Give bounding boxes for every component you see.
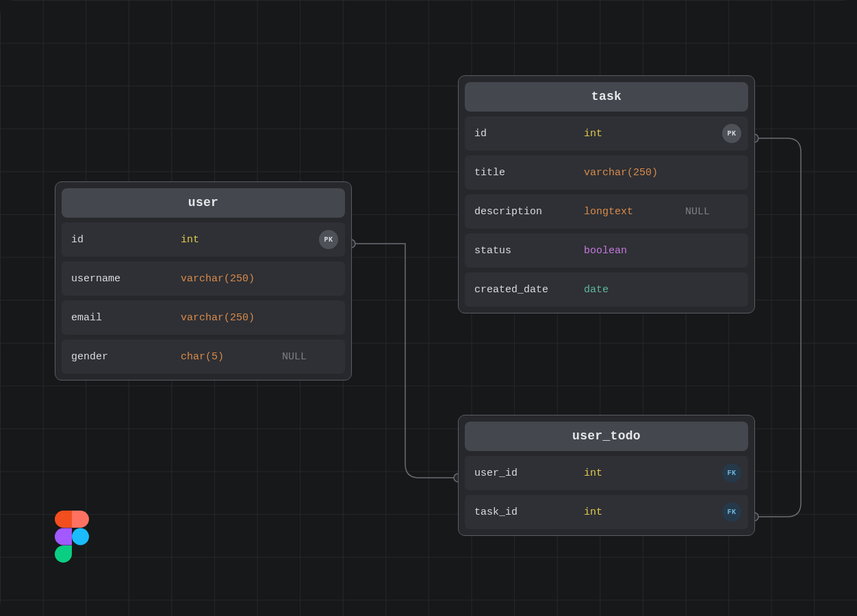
column-type: date: [584, 284, 673, 296]
column-type: boolean: [584, 245, 673, 257]
column-type: int: [181, 234, 270, 246]
column-type: int: [584, 128, 673, 140]
pk-badge: PK: [319, 230, 338, 249]
table-row[interactable]: status boolean: [465, 233, 748, 268]
column-type: int: [584, 467, 673, 479]
column-name: description: [474, 206, 584, 218]
fk-badge: FK: [722, 463, 741, 483]
table-header-task: task: [465, 82, 748, 112]
column-null: NULL: [685, 206, 710, 218]
fk-badge: FK: [722, 502, 741, 522]
table-row[interactable]: id int PK: [62, 222, 345, 257]
table-row[interactable]: gender char(5) NULL: [62, 339, 345, 374]
column-type: varchar(250): [181, 312, 270, 324]
table-row[interactable]: created_date date: [465, 272, 748, 307]
column-type: varchar(250): [181, 273, 270, 285]
column-name: status: [474, 245, 584, 257]
column-name: task_id: [474, 506, 584, 518]
column-name: created_date: [474, 284, 584, 296]
column-name: id: [474, 128, 584, 140]
column-name: email: [71, 312, 181, 324]
figma-logo-icon: [55, 511, 89, 563]
table-row[interactable]: id int PK: [465, 116, 748, 151]
table-row[interactable]: username varchar(250): [62, 261, 345, 296]
column-name: gender: [71, 351, 181, 363]
column-type: longtext: [584, 206, 673, 218]
table-row[interactable]: user_id int FK: [465, 456, 748, 490]
table-row[interactable]: task_id int FK: [465, 495, 748, 529]
column-type: varchar(250): [584, 167, 673, 179]
table-row[interactable]: description longtext NULL: [465, 194, 748, 229]
table-task[interactable]: task id int PK title varchar(250) descri…: [458, 75, 755, 313]
table-row[interactable]: title varchar(250): [465, 155, 748, 190]
column-name: title: [474, 167, 584, 179]
table-header-user-todo: user_todo: [465, 422, 748, 451]
column-type: int: [584, 506, 673, 518]
column-type: char(5): [181, 351, 270, 363]
column-null: NULL: [282, 351, 307, 363]
table-user[interactable]: user id int PK username varchar(250) ema…: [55, 181, 352, 381]
table-row[interactable]: email varchar(250): [62, 300, 345, 335]
column-name: username: [71, 273, 181, 285]
table-header-user: user: [62, 188, 345, 218]
column-name: id: [71, 234, 181, 246]
pk-badge: PK: [722, 124, 741, 143]
svg-point-4: [72, 528, 89, 546]
table-user-todo[interactable]: user_todo user_id int FK task_id int FK: [458, 415, 755, 536]
column-name: user_id: [474, 467, 584, 479]
